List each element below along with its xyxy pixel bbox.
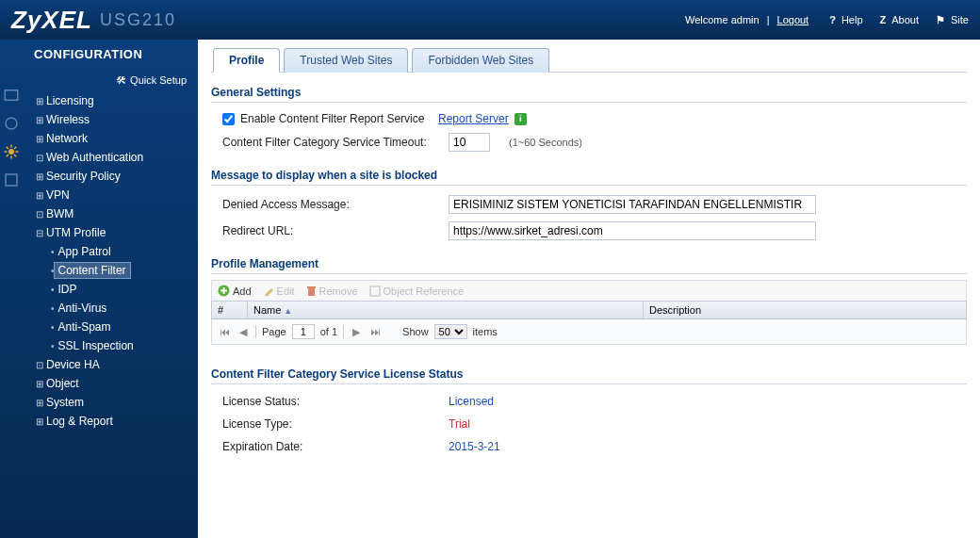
expand-icon[interactable]: ⊞ xyxy=(36,96,46,106)
nav-item-system[interactable]: ⊞System xyxy=(23,393,198,412)
nav-item-bwm[interactable]: ⊡BWM xyxy=(23,204,198,223)
last-page-button[interactable]: ⏭ xyxy=(368,325,382,338)
report-server-link[interactable]: Report Server xyxy=(438,112,509,125)
redirect-input[interactable] xyxy=(449,221,816,240)
nav-subitem-ssl-inspection[interactable]: •SSL Inspection xyxy=(23,336,198,355)
expand-icon[interactable]: ⊞ xyxy=(36,115,46,125)
enable-report-checkbox[interactable] xyxy=(222,113,235,125)
plus-icon xyxy=(218,285,230,297)
expand-icon[interactable]: ⊞ xyxy=(36,134,46,144)
nav-item-device-ha[interactable]: ⊡Device HA xyxy=(23,355,198,374)
section-license: Content Filter Category Service License … xyxy=(211,367,967,384)
bullet-icon: • xyxy=(51,341,55,351)
remove-button[interactable]: Remove xyxy=(306,285,358,297)
denied-label: Denied Access Message: xyxy=(222,198,449,211)
col-num[interactable]: # xyxy=(212,302,248,318)
main-content: Profile Trusted Web Sites Forbidden Web … xyxy=(198,40,980,538)
welcome-text: Welcome admin xyxy=(685,14,760,25)
leaf-icon[interactable]: ⊡ xyxy=(36,209,46,220)
edit-button[interactable]: Edit xyxy=(263,285,295,297)
help-link[interactable]: Help xyxy=(841,14,863,25)
bullet-icon: • xyxy=(51,247,55,257)
section-general: General Settings xyxy=(211,86,967,103)
items-label: items xyxy=(473,326,498,337)
col-desc[interactable]: Description xyxy=(644,302,966,318)
collapse-icon[interactable]: ⊟ xyxy=(36,228,46,238)
nav-item-utm-profile[interactable]: ⊟UTM Profile xyxy=(23,223,198,242)
left-rail xyxy=(0,40,23,538)
nav-item-log-&-report[interactable]: ⊞Log & Report xyxy=(23,412,198,431)
svg-line-10 xyxy=(14,147,16,149)
nav-subitem-idp[interactable]: •IDP xyxy=(23,280,198,299)
objref-button[interactable]: Object Reference xyxy=(369,285,465,297)
site-icon: ⚑ xyxy=(936,14,945,26)
expand-icon[interactable]: ⊞ xyxy=(36,398,46,408)
rail-icon-4[interactable] xyxy=(3,171,20,188)
sidebar: CONFIGURATION 🛠Quick Setup ⊞Licensing⊞Wi… xyxy=(23,40,198,538)
nav-item-object[interactable]: ⊞Object xyxy=(23,374,198,393)
page-label: Page xyxy=(262,326,286,337)
grid-toolbar: Add Edit Remove Object Reference xyxy=(211,280,967,301)
info-icon[interactable]: i xyxy=(514,113,527,125)
timeout-hint: (1~60 Seconds) xyxy=(509,137,582,148)
license-status-label: License Status: xyxy=(222,395,449,408)
prev-page-button[interactable]: ◀ xyxy=(237,325,250,338)
model-label: USG210 xyxy=(100,10,176,30)
leaf-icon[interactable]: ⊡ xyxy=(36,360,46,370)
next-page-button[interactable]: ▶ xyxy=(350,325,363,338)
rail-icon-1[interactable] xyxy=(3,87,20,104)
expand-icon[interactable]: ⊞ xyxy=(36,190,46,201)
leaf-icon[interactable]: ⊡ xyxy=(36,153,46,163)
first-page-button[interactable]: ⏮ xyxy=(218,325,231,338)
expand-icon[interactable]: ⊞ xyxy=(36,379,46,389)
expand-icon[interactable]: ⊞ xyxy=(36,416,46,427)
col-name[interactable]: Name▲ xyxy=(248,302,644,318)
logout-link[interactable]: Logout xyxy=(777,14,809,25)
tab-forbidden[interactable]: Forbidden Web Sites xyxy=(412,48,549,73)
timeout-input[interactable] xyxy=(449,133,490,152)
page-input[interactable] xyxy=(292,324,315,339)
svg-rect-16 xyxy=(307,286,316,288)
nav-subitem-content-filter[interactable]: •Content Filter xyxy=(23,261,198,280)
expand-icon[interactable]: ⊞ xyxy=(36,171,46,182)
denied-input[interactable] xyxy=(449,195,816,214)
svg-rect-17 xyxy=(370,286,380,296)
svg-point-2 xyxy=(8,149,14,155)
expiration-label: Expiration Date: xyxy=(222,440,449,453)
quick-setup-link[interactable]: 🛠Quick Setup xyxy=(23,69,198,91)
svg-line-7 xyxy=(7,147,8,149)
nav-item-licensing[interactable]: ⊞Licensing xyxy=(23,91,198,110)
bullet-icon: • xyxy=(51,322,55,333)
rail-icon-gear[interactable] xyxy=(3,143,20,160)
nav-subitem-app-patrol[interactable]: •App Patrol xyxy=(23,242,198,261)
about-link[interactable]: About xyxy=(891,14,919,25)
nav-item-network[interactable]: ⊞Network xyxy=(23,129,198,148)
expiration-value: 2015-3-21 xyxy=(449,440,500,453)
bullet-icon: • xyxy=(51,285,55,295)
add-button[interactable]: Add xyxy=(218,285,252,297)
svg-rect-11 xyxy=(6,174,17,186)
show-select[interactable]: 50 xyxy=(434,324,467,339)
svg-rect-0 xyxy=(5,90,18,101)
nav-item-vpn[interactable]: ⊞VPN xyxy=(23,186,198,204)
nav-subitem-anti-spam[interactable]: •Anti-Spam xyxy=(23,318,198,336)
help-icon: ? xyxy=(829,14,836,25)
license-type-label: License Type: xyxy=(222,417,449,431)
nav-item-wireless[interactable]: ⊞Wireless xyxy=(23,110,198,129)
nav-tree: ⊞Licensing⊞Wireless⊞Network⊡Web Authenti… xyxy=(23,91,198,431)
redirect-label: Redirect URL: xyxy=(222,224,449,237)
about-icon: Z xyxy=(880,14,887,25)
nav-item-web-authentication[interactable]: ⊡Web Authentication xyxy=(23,148,198,167)
tab-profile[interactable]: Profile xyxy=(213,48,280,73)
bullet-icon: • xyxy=(51,303,55,314)
pager: ⏮ ◀ Page of 1 ▶ ⏭ Show 50 items xyxy=(211,319,967,345)
of-label: of 1 xyxy=(320,326,337,337)
grid-header: # Name▲ Description xyxy=(211,301,967,319)
tab-trusted[interactable]: Trusted Web Sites xyxy=(284,48,408,73)
site-link[interactable]: Site xyxy=(951,14,969,25)
nav-item-security-policy[interactable]: ⊞Security Policy xyxy=(23,167,198,186)
nav-subitem-anti-virus[interactable]: •Anti-Virus xyxy=(23,299,198,318)
svg-line-8 xyxy=(14,155,16,156)
sort-asc-icon: ▲ xyxy=(284,306,292,316)
rail-icon-2[interactable] xyxy=(3,115,20,132)
